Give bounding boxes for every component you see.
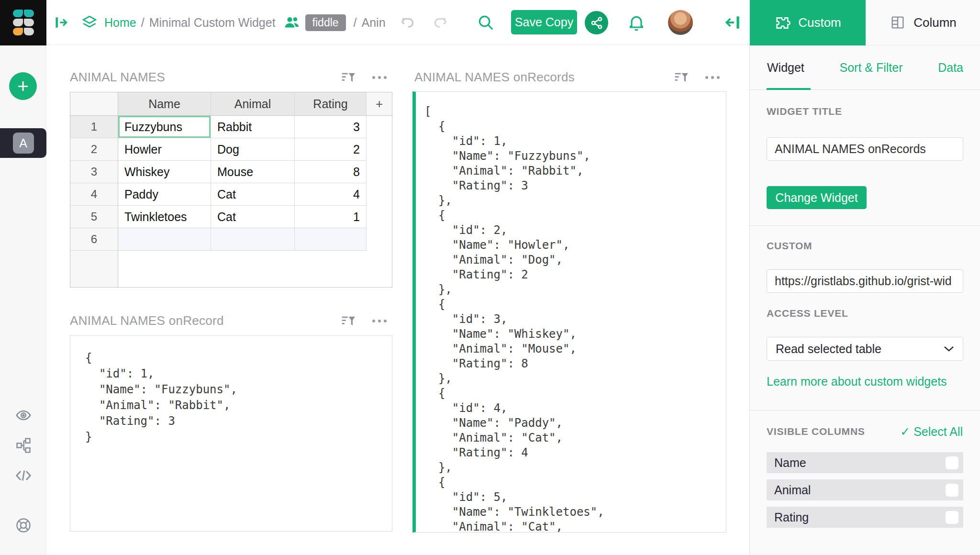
redo-icon[interactable] bbox=[432, 14, 449, 31]
puzzle-icon bbox=[774, 15, 791, 31]
breadcrumb-home[interactable]: Home bbox=[104, 16, 136, 30]
grid-cell[interactable]: Dog bbox=[211, 138, 295, 161]
visible-column-label: Name bbox=[774, 456, 806, 470]
sidebar-expand-icon[interactable] bbox=[54, 15, 69, 30]
custom-url-input[interactable] bbox=[767, 269, 963, 293]
tab-custom[interactable]: Custom bbox=[750, 0, 866, 45]
grid-cell-new-column[interactable] bbox=[367, 206, 392, 228]
grid-cell[interactable]: Twinkletoes bbox=[118, 206, 211, 228]
row-number[interactable]: 1 bbox=[70, 116, 118, 138]
grid-cell[interactable]: Mouse bbox=[211, 161, 295, 183]
row-number[interactable]: 2 bbox=[70, 138, 118, 161]
visible-column-label: Rating bbox=[774, 511, 809, 524]
options-kebab-icon[interactable] bbox=[371, 317, 388, 325]
grid-cell-new-column[interactable] bbox=[367, 183, 392, 206]
grid-cell[interactable]: Howler bbox=[118, 138, 211, 161]
table-row: 2HowlerDog2 bbox=[70, 138, 392, 161]
visible-column-row[interactable]: Rating bbox=[767, 507, 963, 528]
options-kebab-icon[interactable] bbox=[704, 73, 721, 82]
change-widget-button[interactable]: Change Widget bbox=[767, 186, 867, 209]
fiddle-badge: fiddle bbox=[305, 14, 346, 31]
grid-cell-new-column[interactable] bbox=[367, 228, 392, 251]
table-row: 3WhiskeyMouse8 bbox=[70, 161, 392, 183]
grid-header-row: Name Animal Rating + bbox=[70, 92, 392, 116]
grid-cell[interactable]: Whiskey bbox=[118, 161, 211, 183]
grid-cell-new-column[interactable] bbox=[367, 161, 392, 183]
visible-columns-list: NameAnimalRating bbox=[767, 452, 963, 528]
grid-cell[interactable]: 3 bbox=[295, 116, 367, 138]
tab-column[interactable]: Column bbox=[866, 0, 980, 45]
grid-cell[interactable]: Cat bbox=[211, 183, 295, 206]
visible-column-checkbox[interactable] bbox=[946, 484, 958, 497]
save-copy-button[interactable]: Save Copy bbox=[511, 10, 577, 34]
row-number[interactable]: 3 bbox=[70, 161, 118, 183]
learn-more-link[interactable]: Learn more about custom widgets bbox=[767, 375, 947, 388]
subtab-data[interactable]: Data bbox=[938, 61, 963, 75]
document-structure-icon[interactable] bbox=[15, 437, 32, 454]
subtab-bar: Widget Sort & Filter Data bbox=[750, 45, 980, 90]
access-level-select[interactable]: Read selected table bbox=[767, 337, 963, 361]
share-button[interactable] bbox=[583, 9, 610, 36]
filter-icon[interactable] bbox=[674, 70, 689, 85]
table-section-title: ANIMAL NAMES bbox=[70, 70, 165, 85]
filter-icon[interactable] bbox=[341, 70, 356, 85]
subtab-sort-filter[interactable]: Sort & Filter bbox=[840, 61, 903, 75]
add-new-button[interactable]: + bbox=[9, 72, 37, 100]
grid-cell[interactable]: 2 bbox=[295, 138, 367, 161]
doc-page-badge[interactable]: A bbox=[0, 128, 46, 158]
column-header[interactable]: Rating bbox=[295, 92, 367, 116]
row-number[interactable]: 5 bbox=[70, 206, 118, 228]
app-root: Home / Minimal Custom Widget fiddle / An… bbox=[0, 0, 980, 555]
visible-column-checkbox[interactable] bbox=[946, 511, 958, 524]
tab-column-label: Column bbox=[913, 15, 957, 30]
grid-cell-new-column[interactable] bbox=[367, 138, 392, 161]
grid-cell[interactable] bbox=[118, 228, 211, 251]
breadcrumb-doc-name[interactable]: Anin bbox=[362, 16, 386, 30]
visible-column-checkbox[interactable] bbox=[946, 456, 958, 469]
grid-cell-new-column[interactable] bbox=[367, 116, 392, 138]
breadcrumb-separator-2: / bbox=[354, 16, 357, 30]
grid-filler bbox=[70, 251, 392, 287]
column-header[interactable]: Name bbox=[118, 92, 211, 116]
widget-title-input[interactable] bbox=[767, 137, 963, 161]
filter-icon[interactable] bbox=[341, 313, 356, 329]
user-avatar[interactable] bbox=[668, 10, 693, 35]
row-number[interactable]: 6 bbox=[70, 228, 118, 251]
onrecords-widget-selected[interactable]: [ { "id": 1, "Name": "Fuzzybuns", "Anima… bbox=[412, 91, 726, 533]
grid-cell[interactable]: 8 bbox=[295, 161, 367, 183]
help-icon[interactable] bbox=[15, 517, 32, 534]
search-icon[interactable] bbox=[477, 13, 495, 32]
notifications-bell-icon[interactable] bbox=[627, 13, 646, 32]
select-all-link[interactable]: ✓ Select All bbox=[900, 425, 963, 439]
widget-title-label: WIDGET TITLE bbox=[767, 106, 842, 117]
layers-icon[interactable] bbox=[81, 14, 98, 31]
add-column-button[interactable]: + bbox=[367, 92, 392, 116]
undo-icon[interactable] bbox=[399, 14, 416, 31]
grid-cell[interactable] bbox=[211, 228, 295, 251]
onrecord-section-title: ANIMAL NAMES onRecord bbox=[70, 313, 224, 328]
subtab-widget[interactable]: Widget bbox=[767, 61, 804, 75]
access-level-value: Read selected table bbox=[776, 342, 881, 356]
code-view-icon[interactable] bbox=[15, 467, 32, 484]
collapse-right-panel-icon[interactable] bbox=[724, 13, 742, 32]
row-number[interactable]: 4 bbox=[70, 183, 118, 206]
column-header[interactable]: Animal bbox=[211, 92, 295, 116]
grid-cell[interactable]: Cat bbox=[211, 206, 295, 228]
visible-column-row[interactable]: Name bbox=[767, 452, 963, 473]
grid-cell[interactable]: Fuzzybuns bbox=[118, 116, 211, 138]
options-kebab-icon[interactable] bbox=[371, 73, 388, 82]
grid-cell[interactable]: Rabbit bbox=[211, 116, 295, 138]
column-layout-icon bbox=[890, 14, 906, 31]
grist-logo[interactable] bbox=[0, 0, 46, 45]
row-number-header[interactable] bbox=[70, 92, 118, 116]
visible-column-row[interactable]: Animal bbox=[767, 479, 963, 500]
grid-cell[interactable]: Paddy bbox=[118, 183, 211, 206]
grid-cell[interactable] bbox=[295, 228, 367, 251]
grid-cell[interactable]: 4 bbox=[295, 183, 367, 206]
raw-data-eye-icon[interactable] bbox=[15, 407, 32, 424]
breadcrumb: Home / Minimal Custom Widget fiddle / An… bbox=[54, 0, 449, 45]
onrecord-widget[interactable]: { "id": 1, "Name": "Fuzzybuns", "Animal"… bbox=[70, 335, 392, 532]
onrecord-section-actions bbox=[341, 313, 388, 329]
breadcrumb-workspace[interactable]: Minimal Custom Widget bbox=[149, 16, 276, 30]
grid-cell[interactable]: 1 bbox=[295, 206, 367, 228]
